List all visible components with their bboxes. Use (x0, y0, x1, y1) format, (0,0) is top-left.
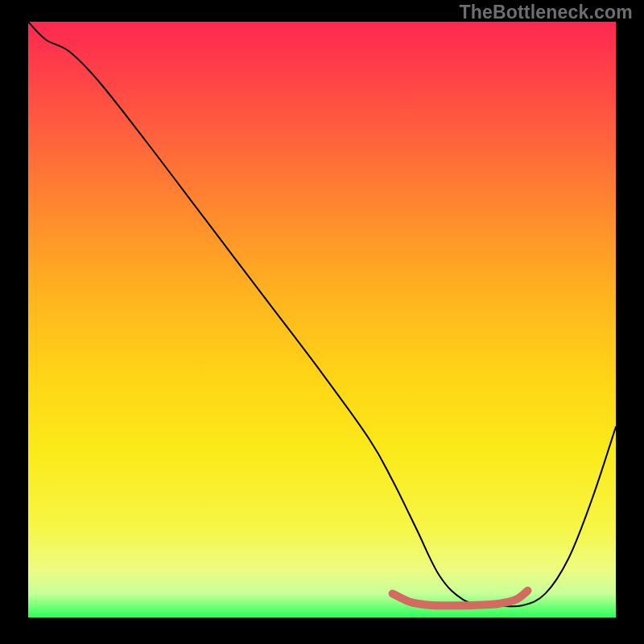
watermark-text: TheBottleneck.com (459, 2, 633, 23)
plot-area (28, 22, 616, 617)
thin-black-curve (28, 22, 616, 606)
chart-container: TheBottleneck.com (0, 0, 644, 644)
curve-svg (28, 22, 616, 617)
